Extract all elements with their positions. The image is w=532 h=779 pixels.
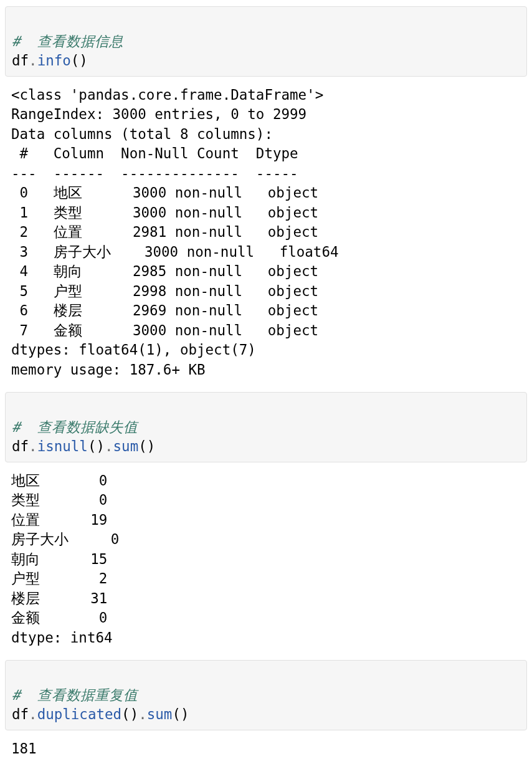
comment: # 查看数据信息 (12, 33, 123, 49)
dot: . (29, 706, 37, 722)
code-obj: df (12, 438, 29, 454)
code-cell-2: # 查看数据缺失值 df.isnull().sum() (5, 392, 527, 462)
dot: . (105, 438, 113, 454)
code-cell-3: # 查看数据重复值 df.duplicated().sum() (5, 660, 527, 730)
code-method: isnull (37, 438, 88, 454)
dot: . (29, 438, 37, 454)
parens: () (71, 52, 88, 69)
parens: () (88, 438, 105, 454)
code-method: duplicated (37, 706, 121, 722)
output-cell-1: <class 'pandas.core.frame.DataFrame'> Ra… (4, 82, 528, 386)
dot: . (138, 706, 147, 722)
code-method: info (37, 52, 71, 69)
dot: . (29, 52, 37, 69)
code-obj: df (12, 706, 29, 722)
comment: # 查看数据缺失值 (12, 419, 138, 435)
parens: () (138, 438, 155, 454)
parens: () (121, 706, 138, 722)
code-method: sum (147, 706, 173, 722)
output-cell-2: 地区 0 类型 0 位置 19 房子大小 0 朝向 15 户型 2 楼层 31 … (4, 467, 528, 654)
comment: # 查看数据重复值 (12, 687, 138, 703)
code-method: sum (113, 438, 139, 454)
parens: () (172, 706, 189, 722)
output-cell-3: 181 (4, 735, 528, 765)
code-cell-1: # 查看数据信息 df.info() (5, 6, 527, 77)
code-obj: df (12, 52, 29, 69)
